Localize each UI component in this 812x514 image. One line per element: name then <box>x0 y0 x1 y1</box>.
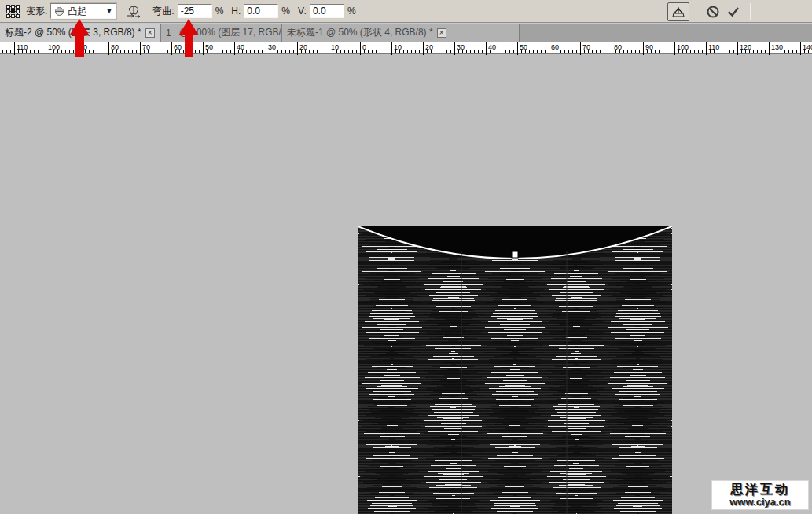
ruler-minor-tick <box>226 50 227 53</box>
cancel-transform-button[interactable] <box>703 2 723 21</box>
bend-unit: % <box>215 6 224 17</box>
warped-artwork[interactable] <box>358 226 672 514</box>
ruler-minor-tick <box>2 50 3 53</box>
ruler-minor-tick <box>281 50 282 53</box>
ruler-label: 10 <box>331 43 339 51</box>
ruler-minor-tick <box>254 50 255 53</box>
ruler-label: 40 <box>237 43 244 51</box>
ruler-minor-tick <box>30 50 31 53</box>
ruler-minor-tick <box>505 50 506 53</box>
ruler-minor-tick <box>403 50 404 53</box>
ruler-label: 0 <box>362 43 366 51</box>
ruler-major-tick <box>549 42 549 55</box>
ruler-minor-tick <box>167 50 168 53</box>
ruler-minor-tick <box>285 50 286 53</box>
horizontal-ruler: 1101009080706050403020100102030405060708… <box>0 42 812 54</box>
ruler-major-tick <box>423 42 424 55</box>
ruler-minor-tick <box>596 50 597 53</box>
ruler-minor-tick <box>101 50 101 53</box>
ruler-minor-tick <box>631 50 632 53</box>
ruler-minor-tick <box>470 50 471 53</box>
ruler-major-tick <box>46 42 46 55</box>
ruler-major-tick <box>360 42 361 55</box>
ruler-minor-tick <box>474 50 475 53</box>
ruler-label: 130 <box>771 43 783 51</box>
ruler-minor-tick <box>592 50 593 53</box>
switch-transform-warp-mode-button[interactable] <box>667 2 689 21</box>
ruler-label: 90 <box>645 43 653 51</box>
v-label: V: <box>298 6 307 17</box>
ruler-minor-tick <box>222 50 223 53</box>
ruler-major-tick <box>266 42 266 55</box>
ruler-major-tick <box>643 42 644 55</box>
ruler-minor-tick <box>372 50 373 53</box>
ruler-minor-tick <box>152 50 152 53</box>
document-tab[interactable]: 未标题-1 @ 50% (形状 4, RGB/8) *× <box>282 24 520 42</box>
ruler-major-tick <box>14 42 15 55</box>
ruler-major-tick <box>108 42 109 55</box>
ruler-minor-tick <box>10 50 11 53</box>
ruler-minor-tick <box>604 50 604 53</box>
ruler-minor-tick <box>258 50 259 53</box>
ruler-minor-tick <box>509 50 510 53</box>
warp-overlay <box>358 226 672 514</box>
ruler-minor-tick <box>733 50 734 53</box>
warp-style-dropdown[interactable]: 凸起 ▼ <box>50 3 116 19</box>
ruler-minor-tick <box>784 50 785 53</box>
canvas-area[interactable] <box>0 55 812 514</box>
ruler-minor-tick <box>97 50 97 53</box>
ruler-minor-tick <box>796 50 797 53</box>
ruler-minor-tick <box>560 50 561 53</box>
ruler-minor-tick <box>415 50 416 53</box>
ruler-minor-tick <box>164 50 164 53</box>
ruler-major-tick <box>171 42 172 55</box>
ruler-minor-tick <box>65 50 66 53</box>
ruler-minor-tick <box>156 50 156 53</box>
bend-value-field[interactable] <box>178 4 212 18</box>
arrow-shaft <box>185 35 193 57</box>
red-callout-arrow-warp-style-dropdown <box>70 19 89 57</box>
ruler-minor-tick <box>482 50 483 53</box>
ruler-minor-tick <box>380 50 380 53</box>
ruler-minor-tick <box>376 50 377 53</box>
toolbar-separator <box>750 3 751 20</box>
ruler-minor-tick <box>639 50 640 53</box>
ruler-major-tick <box>140 42 141 55</box>
ruler-minor-tick <box>757 50 758 53</box>
ruler-minor-tick <box>765 50 766 53</box>
h-value-field[interactable] <box>244 4 278 18</box>
ruler-major-tick <box>737 42 738 55</box>
reference-point-grid-icon[interactable] <box>6 5 20 18</box>
ruler-label: 60 <box>551 43 559 51</box>
ruler-minor-tick <box>667 50 667 53</box>
ruler-label: 30 <box>457 43 465 51</box>
ruler-minor-tick <box>443 50 443 53</box>
ruler-minor-tick <box>368 50 369 53</box>
warp-label: 变形: <box>26 5 47 18</box>
tab-close-icon[interactable]: × <box>145 28 155 38</box>
ruler-label: 80 <box>614 43 622 51</box>
ruler-major-tick <box>769 42 770 55</box>
ruler-label: 50 <box>520 43 527 51</box>
ruler-major-tick <box>517 42 518 55</box>
chevron-down-icon: ▼ <box>105 7 112 15</box>
tab-close-icon[interactable]: × <box>437 28 446 38</box>
ruler-minor-tick <box>38 50 39 53</box>
ruler-minor-tick <box>627 50 628 53</box>
ruler-minor-tick <box>293 50 294 53</box>
ruler-label: 20 <box>299 43 307 51</box>
commit-transform-button[interactable] <box>723 2 744 21</box>
warp-orientation-button[interactable] <box>126 3 141 19</box>
ruler-minor-tick <box>344 50 345 53</box>
ruler-major-tick <box>203 42 204 55</box>
warp-control-handle[interactable] <box>512 251 518 258</box>
v-value-field[interactable] <box>310 4 344 18</box>
ruler-minor-tick <box>136 50 137 53</box>
ruler-major-tick <box>612 42 612 55</box>
ruler-major-tick <box>454 42 455 55</box>
ruler-minor-tick <box>726 50 726 53</box>
ruler-minor-tick <box>608 50 608 53</box>
ruler-minor-tick <box>450 50 451 53</box>
ruler-minor-tick <box>352 50 353 53</box>
ruler-minor-tick <box>6 50 7 53</box>
